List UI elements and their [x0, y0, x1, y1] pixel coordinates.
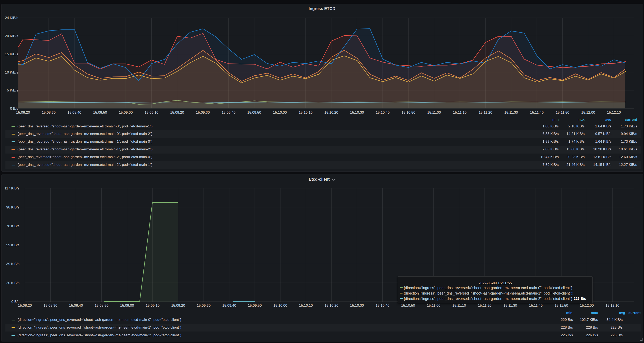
svg-text:20 KiB/s: 20 KiB/s — [5, 34, 18, 38]
svg-text:15:10:50: 15:10:50 — [402, 110, 415, 114]
svg-text:15:11:30: 15:11:30 — [504, 304, 517, 308]
svg-text:15:10:40: 15:10:40 — [376, 110, 390, 114]
svg-text:10 KiB/s: 10 KiB/s — [5, 70, 18, 74]
svg-text:15:11:00: 15:11:00 — [427, 110, 441, 114]
svg-text:15:08:20: 15:08:20 — [16, 110, 30, 114]
svg-text:15:09:20: 15:09:20 — [171, 304, 185, 308]
svg-text:98 KiB/s: 98 KiB/s — [6, 205, 20, 209]
svg-text:15:09:40: 15:09:40 — [222, 304, 236, 308]
svg-text:117 KiB/s: 117 KiB/s — [4, 186, 20, 190]
svg-text:15:09:00: 15:09:00 — [119, 110, 132, 114]
svg-text:15:09:50: 15:09:50 — [247, 110, 261, 114]
svg-text:78 KiB/s: 78 KiB/s — [6, 224, 20, 228]
svg-text:15:11:10: 15:11:10 — [453, 110, 466, 114]
svg-text:15:08:50: 15:08:50 — [93, 110, 107, 114]
svg-text:15:09:30: 15:09:30 — [196, 110, 210, 114]
svg-text:15:11:10: 15:11:10 — [452, 304, 466, 308]
svg-text:15:11:40: 15:11:40 — [529, 304, 542, 308]
svg-text:15:09:20: 15:09:20 — [170, 110, 184, 114]
svg-text:15:09:40: 15:09:40 — [222, 110, 236, 114]
svg-text:15:08:30: 15:08:30 — [44, 304, 57, 308]
svg-text:15:10:10: 15:10:10 — [299, 110, 312, 114]
svg-text:15:10:00: 15:10:00 — [273, 110, 287, 114]
svg-text:15:12:10: 15:12:10 — [606, 304, 619, 308]
svg-text:15:11:00: 15:11:00 — [427, 304, 440, 308]
svg-text:15:11:20: 15:11:20 — [478, 304, 492, 308]
svg-text:15:10:30: 15:10:30 — [350, 110, 364, 114]
svg-text:39 KiB/s: 39 KiB/s — [6, 262, 20, 266]
svg-text:15:09:30: 15:09:30 — [197, 304, 210, 308]
svg-text:0 B/s: 0 B/s — [10, 106, 18, 110]
svg-text:15:08:40: 15:08:40 — [69, 304, 83, 308]
svg-text:15:10:20: 15:10:20 — [324, 304, 338, 308]
svg-text:20 KiB/s: 20 KiB/s — [6, 281, 20, 285]
svg-text:15:10:00: 15:10:00 — [274, 304, 287, 308]
svg-text:15:09:00: 15:09:00 — [120, 304, 134, 308]
svg-text:15:12:00: 15:12:00 — [581, 110, 595, 114]
svg-text:15:09:50: 15:09:50 — [248, 304, 262, 308]
svg-text:15:10:50: 15:10:50 — [401, 304, 415, 308]
svg-text:15:11:40: 15:11:40 — [530, 110, 544, 114]
svg-text:0 B/s: 0 B/s — [11, 300, 20, 304]
svg-text:5 KiB/s: 5 KiB/s — [7, 88, 18, 92]
svg-text:15:11:30: 15:11:30 — [504, 110, 518, 114]
svg-text:15:12:00: 15:12:00 — [580, 304, 594, 308]
svg-text:59 KiB/s: 59 KiB/s — [6, 243, 20, 247]
svg-text:15:09:10: 15:09:10 — [144, 110, 158, 114]
svg-text:15 KiB/s: 15 KiB/s — [5, 52, 18, 56]
svg-text:15:11:20: 15:11:20 — [478, 110, 492, 114]
svg-text:15:12:10: 15:12:10 — [607, 110, 621, 114]
svg-text:15:08:50: 15:08:50 — [94, 304, 108, 308]
svg-text:15:10:20: 15:10:20 — [324, 110, 338, 114]
svg-text:15:11:50: 15:11:50 — [554, 304, 568, 308]
svg-text:24 KiB/s: 24 KiB/s — [5, 16, 18, 20]
svg-text:15:10:40: 15:10:40 — [376, 304, 389, 308]
svg-text:15:10:30: 15:10:30 — [350, 304, 364, 308]
svg-text:15:08:20: 15:08:20 — [18, 304, 32, 308]
svg-text:15:08:40: 15:08:40 — [68, 110, 81, 114]
svg-text:15:09:10: 15:09:10 — [146, 304, 160, 308]
svg-text:15:10:10: 15:10:10 — [299, 304, 313, 308]
svg-text:15:08:30: 15:08:30 — [42, 110, 56, 114]
svg-text:15:11:50: 15:11:50 — [556, 110, 569, 114]
